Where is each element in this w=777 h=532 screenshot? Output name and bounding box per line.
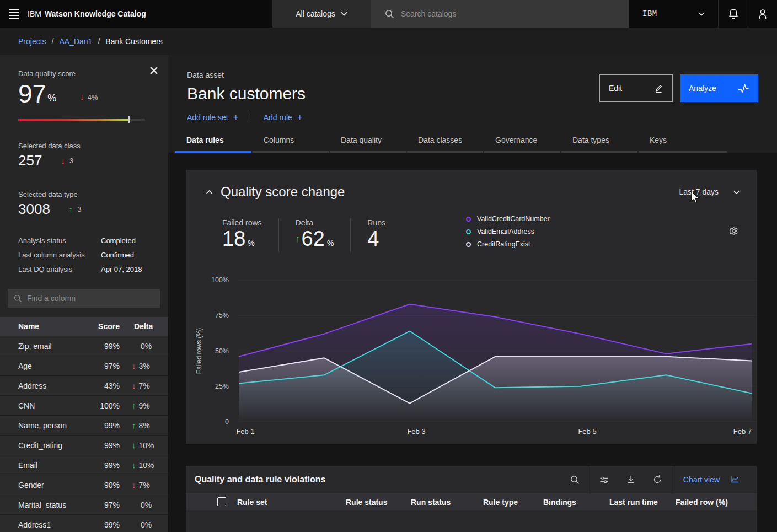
add-rule-set-link[interactable]: Add rule set+ bbox=[187, 112, 239, 123]
reset-button[interactable] bbox=[644, 466, 671, 493]
select-all-checkbox[interactable] bbox=[217, 497, 226, 506]
cell-name: Credit_rating bbox=[0, 441, 85, 450]
table-row[interactable]: Credit_rating99%↓10% bbox=[0, 435, 168, 455]
violations-header-rule-set: Rule set bbox=[237, 498, 267, 507]
breadcrumb-link-project[interactable]: AA_Dan1 bbox=[59, 37, 92, 46]
add-rule-set-label: Add rule set bbox=[187, 113, 228, 122]
header-delta: Delta bbox=[120, 322, 168, 331]
edit-button-label: Edit bbox=[609, 84, 622, 93]
arrow-down-icon: ↓ bbox=[79, 93, 84, 102]
tab-keys[interactable]: Keys bbox=[639, 136, 727, 153]
table-search-button[interactable] bbox=[562, 466, 588, 493]
cell-delta: ↓10% bbox=[120, 441, 168, 450]
notifications-button[interactable] bbox=[718, 0, 748, 28]
tab-data-types[interactable]: Data types bbox=[561, 136, 637, 153]
add-rule-link[interactable]: Add rule+ bbox=[264, 112, 303, 123]
arrow-down-icon: ↓ bbox=[132, 481, 136, 489]
series-area-CreditRatingExist bbox=[239, 357, 752, 422]
cell-delta-value: 7% bbox=[139, 381, 150, 390]
analysis-status-list: Analysis statusCompletedLast column anal… bbox=[18, 237, 168, 273]
cell-delta-value: 9% bbox=[139, 401, 150, 410]
arrow-spacer bbox=[132, 501, 138, 509]
hamburger-bars bbox=[9, 9, 19, 19]
table-row[interactable]: CNN100%↑9% bbox=[0, 395, 168, 415]
search-input[interactable] bbox=[401, 9, 588, 18]
app-brand: IBM Watson Knowledge Catalog bbox=[28, 0, 272, 28]
violations-header-run-status: Run status bbox=[411, 498, 451, 507]
cell-delta-value: 10% bbox=[139, 461, 154, 470]
add-rule-label: Add rule bbox=[264, 113, 292, 122]
violations-header-bindings: Bindings bbox=[543, 498, 576, 507]
data-quality-sidebar: Data quality score 97 % ↓ 4% Selected da… bbox=[0, 55, 168, 532]
score-delta: 4% bbox=[88, 93, 98, 101]
download-button[interactable] bbox=[618, 466, 644, 493]
cell-delta: ↑9% bbox=[120, 401, 168, 410]
score-marker bbox=[128, 116, 130, 123]
score-label: Data quality score bbox=[18, 69, 168, 78]
table-row[interactable]: Gender90%↓7% bbox=[0, 475, 168, 495]
catalog-selector[interactable]: All catalogs bbox=[272, 0, 371, 28]
menu-icon[interactable] bbox=[0, 0, 28, 28]
arrow-up-icon: ↑ bbox=[69, 205, 73, 213]
find-column-input[interactable] bbox=[27, 294, 148, 303]
breadcrumb-current: Bank Customers bbox=[105, 37, 162, 46]
header-name: Name bbox=[0, 322, 85, 331]
cell-name: Address1 bbox=[0, 520, 85, 529]
chart-view-toggle[interactable]: Chart view bbox=[673, 475, 746, 485]
arrow-down-icon: ↓ bbox=[132, 381, 136, 390]
y-tick-label: 100% bbox=[211, 276, 229, 284]
tab-columns[interactable]: Columns bbox=[253, 136, 329, 153]
cell-score: 99% bbox=[85, 520, 120, 529]
cell-name: Email bbox=[0, 461, 85, 470]
user-icon bbox=[757, 8, 768, 20]
table-row[interactable]: Address199% 0% bbox=[0, 514, 168, 532]
tab-data-rules[interactable]: Data rules bbox=[175, 136, 251, 153]
cell-delta: 0% bbox=[120, 501, 168, 509]
status-value: Apr 07, 2018 bbox=[101, 265, 168, 273]
filter-settings-button[interactable] bbox=[591, 466, 618, 493]
close-icon[interactable] bbox=[148, 65, 159, 76]
columns-table-header: Name Score Delta bbox=[0, 317, 168, 336]
violations-header-last-run-time: Last run time bbox=[609, 498, 658, 507]
analyze-button[interactable]: Analyze bbox=[680, 74, 758, 102]
account-selector[interactable]: IBM bbox=[629, 0, 718, 28]
metric-delta: 3 bbox=[77, 205, 81, 213]
tab-data-quality[interactable]: Data quality bbox=[330, 136, 406, 153]
table-row[interactable]: Age97%↓3% bbox=[0, 356, 168, 375]
table-row[interactable]: Address43%↓7% bbox=[0, 375, 168, 395]
table-row[interactable]: Email99%↓10% bbox=[0, 455, 168, 475]
main-content: Data asset Bank customers Add rule set+ … bbox=[168, 55, 777, 532]
tab-governance[interactable]: Governance bbox=[484, 136, 560, 153]
y-axis-title: Failed rows (%) bbox=[195, 328, 203, 374]
app: IBM Watson Knowledge Catalog All catalog… bbox=[0, 0, 777, 532]
column-search bbox=[8, 289, 160, 308]
arrow-down-icon: ↓ bbox=[132, 362, 136, 370]
cell-delta-value: 0% bbox=[141, 520, 152, 529]
profile-button[interactable] bbox=[748, 0, 777, 28]
table-row[interactable]: Zip, email99% 0% bbox=[0, 336, 168, 356]
arrow-up-icon: ↑ bbox=[132, 421, 136, 429]
cell-delta: ↓7% bbox=[120, 481, 168, 490]
download-icon bbox=[626, 475, 636, 485]
cell-name: CNN bbox=[0, 401, 85, 410]
breadcrumb-link-projects[interactable]: Projects bbox=[18, 37, 46, 46]
score-unit: % bbox=[47, 93, 56, 104]
account-label: IBM bbox=[642, 9, 657, 18]
edit-button[interactable]: Edit bbox=[599, 74, 673, 102]
metric-value: 3008 bbox=[18, 201, 50, 218]
breadcrumb-separator: / bbox=[98, 37, 100, 46]
metric-delta: 3 bbox=[69, 157, 73, 165]
arrow-down-icon: ↓ bbox=[132, 461, 136, 469]
status-label: Analysis status bbox=[18, 237, 101, 245]
metric-value-row: 3008↑3 bbox=[18, 201, 168, 218]
y-tick-label: 0 bbox=[225, 418, 229, 426]
table-row[interactable]: Name, person99%↑8% bbox=[0, 415, 168, 435]
search-icon bbox=[385, 9, 394, 19]
violations-table-header: Rule setRule statusRun statusRule typeBi… bbox=[186, 493, 757, 510]
score-value: 97 bbox=[18, 81, 46, 106]
asset-tabs: Data rulesColumnsData qualityData classe… bbox=[175, 136, 727, 153]
cell-delta: ↑8% bbox=[120, 421, 168, 430]
table-row[interactable]: Marital_status97% 0% bbox=[0, 495, 168, 514]
tab-data-classes[interactable]: Data classes bbox=[407, 136, 483, 153]
cell-score: 99% bbox=[85, 342, 120, 351]
